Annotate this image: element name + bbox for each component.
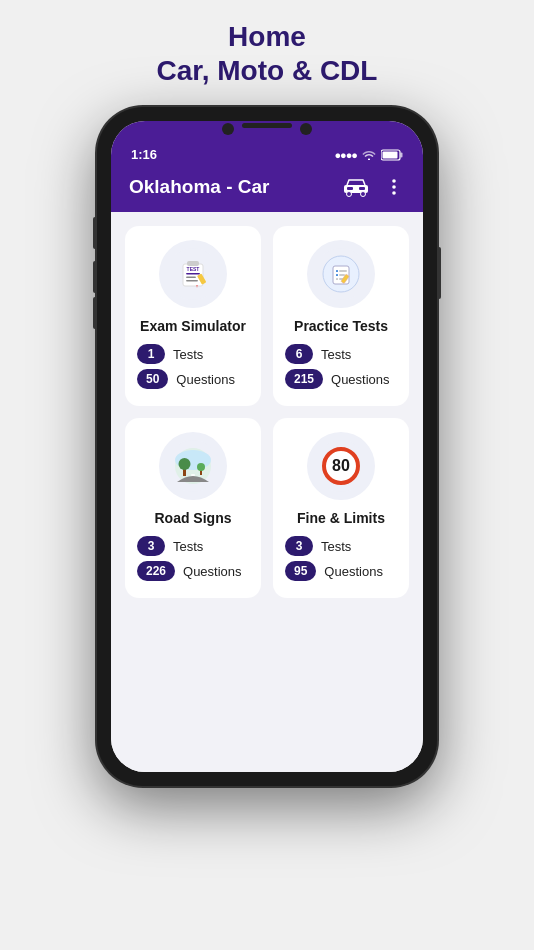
exam-icon-area: TEST xyxy=(137,240,249,308)
svg-text:TEST: TEST xyxy=(187,266,200,272)
practice-questions-badge: 215 xyxy=(285,369,323,389)
battery-icon xyxy=(381,149,403,161)
phone-inner: 1:16 ●●●● Oklahoma - xyxy=(111,121,423,772)
card-grid: TEST Exam Simulator xyxy=(125,226,409,598)
road-tests-badge: 3 xyxy=(137,536,165,556)
svg-point-9 xyxy=(392,185,396,189)
practice-icon-circle xyxy=(307,240,375,308)
practice-questions-label: Questions xyxy=(331,372,390,387)
exam-tests-label: Tests xyxy=(173,347,203,362)
road-questions-label: Questions xyxy=(183,564,242,579)
svg-point-4 xyxy=(347,192,352,197)
fine-limits-label: Fine & Limits xyxy=(285,510,397,526)
app-bar-title: Oklahoma - Car xyxy=(129,176,269,198)
camera-notch-2 xyxy=(300,123,312,135)
camera-area xyxy=(111,121,423,139)
app-content: TEST Exam Simulator xyxy=(111,212,423,772)
svg-rect-26 xyxy=(339,274,345,276)
speed-sign-icon: 80 xyxy=(315,440,367,492)
page-title: Home Car, Moto & CDL xyxy=(157,20,378,87)
exam-tests-row: 1 Tests xyxy=(137,344,249,364)
practice-questions-row: 215 Questions xyxy=(285,369,397,389)
svg-rect-33 xyxy=(191,474,195,476)
svg-rect-1 xyxy=(401,152,403,157)
status-bar: 1:16 ●●●● xyxy=(111,139,423,166)
exam-questions-badge: 50 xyxy=(137,369,168,389)
road-icon-area xyxy=(137,432,249,500)
exam-questions-label: Questions xyxy=(176,372,235,387)
card-road-signs[interactable]: Road Signs 3 Tests 226 Questions xyxy=(125,418,261,598)
svg-rect-25 xyxy=(336,274,338,276)
app-bar: Oklahoma - Car xyxy=(111,166,423,212)
signal-icon: ●●●● xyxy=(334,149,357,161)
practice-tests-stat-label: Tests xyxy=(321,347,351,362)
svg-point-37 xyxy=(197,463,205,471)
svg-rect-7 xyxy=(359,187,365,190)
fine-questions-row: 95 Questions xyxy=(285,561,397,581)
road-icon-circle xyxy=(159,432,227,500)
svg-rect-24 xyxy=(339,270,347,272)
exam-questions-row: 50 Questions xyxy=(137,369,249,389)
speed-icon-area: 80 xyxy=(285,432,397,500)
svg-rect-17 xyxy=(186,280,198,282)
exam-icon: TEST xyxy=(167,248,219,300)
fine-questions-label: Questions xyxy=(324,564,383,579)
svg-point-10 xyxy=(392,191,396,195)
fine-tests-row: 3 Tests xyxy=(285,536,397,556)
exam-simulator-label: Exam Simulator xyxy=(137,318,249,334)
road-questions-badge: 226 xyxy=(137,561,175,581)
fine-questions-badge: 95 xyxy=(285,561,316,581)
card-fine-limits[interactable]: 80 Fine & Limits 3 Tests 95 Questions xyxy=(273,418,409,598)
app-bar-icons xyxy=(343,176,405,198)
road-questions-row: 226 Questions xyxy=(137,561,249,581)
practice-tests-badge: 6 xyxy=(285,344,313,364)
road-icon xyxy=(167,440,219,492)
practice-tests-row: 6 Tests xyxy=(285,344,397,364)
camera-notch xyxy=(222,123,234,135)
practice-icon-area xyxy=(285,240,397,308)
card-practice-tests[interactable]: Practice Tests 6 Tests 215 Questions xyxy=(273,226,409,406)
fine-tests-stat-label: Tests xyxy=(321,539,351,554)
car-icon[interactable] xyxy=(343,177,369,197)
road-signs-label: Road Signs xyxy=(137,510,249,526)
svg-point-8 xyxy=(392,179,396,183)
speed-icon-circle: 80 xyxy=(307,432,375,500)
svg-rect-2 xyxy=(383,151,398,158)
svg-rect-23 xyxy=(336,270,338,272)
svg-text:80: 80 xyxy=(332,457,350,474)
status-icons: ●●●● xyxy=(334,149,403,161)
practice-tests-label: Practice Tests xyxy=(285,318,397,334)
svg-point-5 xyxy=(361,192,366,197)
svg-rect-27 xyxy=(336,278,338,280)
card-exam-simulator[interactable]: TEST Exam Simulator xyxy=(125,226,261,406)
status-time: 1:16 xyxy=(131,147,157,162)
more-icon[interactable] xyxy=(383,176,405,198)
svg-rect-6 xyxy=(347,187,353,190)
road-tests-stat-label: Tests xyxy=(173,539,203,554)
practice-icon xyxy=(315,248,367,300)
page-wrapper: Home Car, Moto & CDL 1:16 ●●●● xyxy=(0,20,534,786)
speaker-notch xyxy=(242,123,292,128)
road-tests-row: 3 Tests xyxy=(137,536,249,556)
exam-icon-circle: TEST xyxy=(159,240,227,308)
phone-shell: 1:16 ●●●● Oklahoma - xyxy=(97,107,437,786)
fine-tests-badge: 3 xyxy=(285,536,313,556)
wifi-icon xyxy=(362,150,376,160)
svg-rect-15 xyxy=(186,273,200,275)
exam-tests-badge: 1 xyxy=(137,344,165,364)
svg-point-35 xyxy=(179,458,191,470)
svg-rect-16 xyxy=(186,277,196,279)
